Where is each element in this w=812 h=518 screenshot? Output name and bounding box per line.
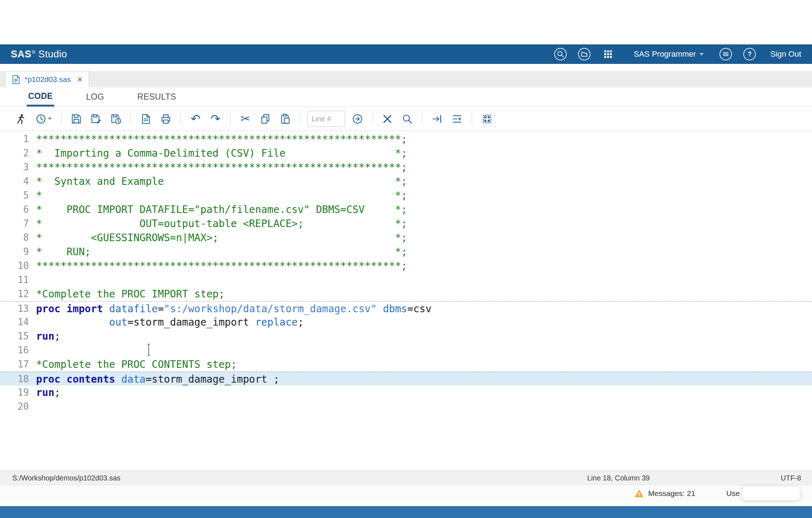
tab-code[interactable]: CODE <box>27 87 54 106</box>
line-number: 19 <box>0 386 36 400</box>
line-number: 9 <box>0 245 36 259</box>
user-label-partial: Use <box>726 489 740 498</box>
copy-icon[interactable] <box>258 111 273 126</box>
document-tab-strip: *p102d03.sas × <box>0 71 812 88</box>
code-text: * <GUESSINGROWS=n|MAX>; *; <box>36 231 407 245</box>
code-line[interactable]: 5* *; <box>0 188 812 203</box>
tab-results[interactable]: RESULTS <box>136 87 178 106</box>
user-menu[interactable]: SAS Programmer <box>634 49 704 59</box>
text-cursor-pointer <box>146 343 152 358</box>
line-number: 12 <box>0 287 36 301</box>
line-number: 18 <box>0 372 36 386</box>
undo-icon[interactable]: ↶ <box>188 111 203 126</box>
goto-line-input[interactable] <box>307 111 345 127</box>
save-as-icon[interactable] <box>88 111 104 126</box>
cut-icon[interactable]: ✂ <box>238 111 253 126</box>
code-line[interactable]: 18proc contents data=storm_damage_import… <box>0 371 812 386</box>
view-tabs: CODE LOG RESULTS <box>0 87 812 107</box>
code-line[interactable]: 15run; <box>0 329 812 343</box>
code-line[interactable]: 4* Syntax and Example *; <box>0 174 812 188</box>
folder-icon[interactable] <box>577 47 591 61</box>
messages-count-label[interactable]: Messages: 21 <box>648 489 695 498</box>
svg-text:?: ? <box>748 51 752 58</box>
brand-studio: Studio <box>38 49 67 60</box>
goto-line-icon[interactable] <box>350 111 365 126</box>
go-interactive-icon[interactable] <box>429 111 445 126</box>
line-number: 17 <box>0 357 36 371</box>
collapse-view-icon[interactable] <box>479 111 494 126</box>
code-line[interactable]: 11 <box>0 273 812 287</box>
line-number: 15 <box>0 329 36 343</box>
line-number: 10 <box>0 259 36 273</box>
header-actions: SAS Programmer ? Sign Out <box>554 47 801 61</box>
code-line[interactable]: 19run; <box>0 386 812 400</box>
code-lines: 1***************************************… <box>0 132 812 414</box>
code-line[interactable]: 12*Complete the PROC IMPORT step; <box>0 287 812 301</box>
search-icon[interactable] <box>554 47 567 61</box>
format-code-icon[interactable] <box>449 111 464 126</box>
code-text: proc contents data=storm_damage_import ; <box>36 372 279 386</box>
toolbar-separator <box>372 113 372 125</box>
line-number: 2 <box>0 146 36 160</box>
submit-history-icon[interactable] <box>33 111 54 126</box>
messages-bar: Messages: 21 Use <box>0 485 812 502</box>
chevron-down-icon <box>699 53 704 56</box>
status-bar: S:/Workshop/demos/p102d03.sas Line 18, C… <box>0 470 812 485</box>
toolbar-separator <box>61 113 61 125</box>
display-options-icon[interactable] <box>719 47 733 61</box>
save-history-icon[interactable] <box>108 111 123 126</box>
code-line[interactable]: 17*Complete the PROC CONTENTS step; <box>0 357 812 371</box>
file-path: S:/Workshop/demos/p102d03.sas <box>12 474 121 482</box>
code-line[interactable]: 9* RUN; *; <box>0 245 812 259</box>
code-line[interactable]: 16 <box>0 343 812 357</box>
find-replace-icon[interactable] <box>400 111 415 126</box>
taskbar-strip <box>0 506 812 518</box>
code-line[interactable]: 6* PROC IMPORT DATAFILE="path/filename.c… <box>0 203 812 217</box>
line-number: 8 <box>0 231 36 245</box>
toolbar-separator <box>472 113 472 125</box>
chevron-down-icon <box>48 118 52 120</box>
code-line[interactable]: 10**************************************… <box>0 259 812 273</box>
code-text: *Complete the PROC IMPORT step; <box>36 287 225 301</box>
run-icon[interactable] <box>13 111 28 126</box>
apps-grid-icon[interactable] <box>601 47 615 61</box>
user-menu-label: SAS Programmer <box>634 49 696 59</box>
code-line[interactable]: 13proc import datafile="s:/workshop/data… <box>0 301 812 315</box>
clear-code-icon[interactable] <box>380 111 395 126</box>
toolbar-separator <box>422 113 422 125</box>
app-title: SAS® Studio <box>11 49 67 60</box>
help-icon[interactable]: ? <box>743 47 756 61</box>
code-line[interactable]: 7* OUT=output-table <REPLACE>; *; <box>0 217 812 231</box>
code-text: ****************************************… <box>36 160 407 174</box>
code-text: run; <box>36 329 60 343</box>
code-text: *Complete the PROC CONTENTS step; <box>36 357 237 371</box>
new-program-icon[interactable] <box>138 111 153 126</box>
line-number: 1 <box>0 132 36 146</box>
redo-icon[interactable]: ↷ <box>208 111 223 126</box>
document-tab[interactable]: *p102d03.sas × <box>5 71 89 87</box>
code-line[interactable]: 2* Importing a Comma-Delimited (CSV) Fil… <box>0 146 812 160</box>
code-line[interactable]: 20 <box>0 400 812 414</box>
code-text: proc import datafile="s:/workshop/data/s… <box>36 302 432 315</box>
code-editor[interactable]: 1***************************************… <box>0 131 812 471</box>
code-line[interactable]: 14 out=storm_damage_import replace; <box>0 315 812 329</box>
sign-out-link[interactable]: Sign Out <box>770 49 801 59</box>
paste-icon[interactable] <box>278 111 293 126</box>
registered-mark: ® <box>32 49 35 55</box>
line-number: 4 <box>0 174 36 188</box>
code-line[interactable]: 3***************************************… <box>0 160 812 174</box>
code-text: ****************************************… <box>36 259 407 273</box>
close-icon[interactable]: × <box>77 75 82 84</box>
page-top-whitespace <box>0 0 812 44</box>
tab-log[interactable]: LOG <box>84 87 105 106</box>
cursor-position: Line 18, Column 39 <box>587 474 650 482</box>
print-icon[interactable] <box>158 111 173 126</box>
code-line[interactable]: 8* <GUESSINGROWS=n|MAX>; *; <box>0 231 812 245</box>
code-text: ****************************************… <box>36 132 407 146</box>
code-text: * OUT=output-table <REPLACE>; *; <box>36 217 407 231</box>
app-header: SAS® Studio SAS Programmer ? <box>0 44 812 64</box>
code-text: * RUN; *; <box>36 245 407 259</box>
code-text: out=storm_damage_import replace; <box>36 315 304 329</box>
save-icon[interactable] <box>69 111 84 126</box>
code-line[interactable]: 1***************************************… <box>0 132 812 146</box>
